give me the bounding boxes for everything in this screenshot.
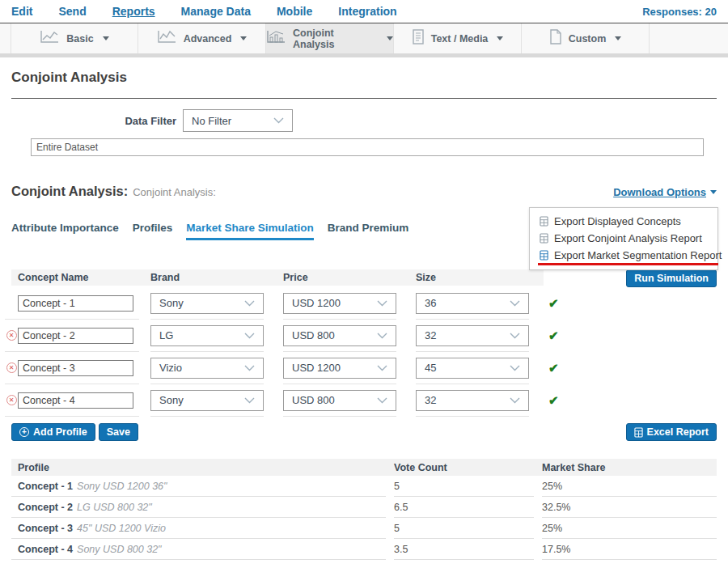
toolbar-tab-label: Advanced xyxy=(184,33,232,45)
table-row: ✕ Sony USD 1200 36 ✔ xyxy=(5,287,717,320)
line-chart-icon xyxy=(40,29,60,48)
tab-market-share-simulation[interactable]: Market Share Simulation xyxy=(186,222,314,240)
delete-row-icon[interactable]: ✕ xyxy=(6,395,17,405)
toolbar-tab-conjoint-analysis[interactable]: Conjoint Analysis xyxy=(266,23,394,53)
price-select[interactable]: USD 800 xyxy=(283,390,396,411)
col-header-concept-name: Concept Name xyxy=(18,272,150,283)
col-header-profile: Profile xyxy=(11,462,386,473)
brand-select[interactable]: Vizio xyxy=(150,358,264,379)
spreadsheet-icon xyxy=(540,250,548,261)
brand-select[interactable]: LG xyxy=(150,325,264,346)
nav-item-manage-data[interactable]: Manage Data xyxy=(181,5,251,18)
chevron-down-icon xyxy=(497,36,503,40)
toolbar-tab-label: Custom xyxy=(569,33,607,45)
concept-name-input[interactable] xyxy=(18,392,133,409)
chevron-down-icon xyxy=(377,365,387,371)
top-nav: Edit Send Reports Manage Data Mobile Int… xyxy=(0,0,728,23)
price-select[interactable]: USD 1200 xyxy=(283,358,396,379)
market-share: 17.5% xyxy=(542,539,717,560)
toolbar-tab-advanced[interactable]: Advanced xyxy=(138,23,266,53)
price-select[interactable]: USD 1200 xyxy=(283,293,396,314)
delete-row-icon[interactable]: ✕ xyxy=(6,330,17,341)
market-share: 25% xyxy=(542,518,717,539)
chevron-down-icon xyxy=(244,365,255,371)
data-filter-label: Data Filter xyxy=(11,115,183,127)
size-select[interactable]: 32 xyxy=(416,390,529,411)
menu-item-export-market-segmentation-report[interactable]: Export Market Segmentation Report xyxy=(530,247,717,264)
chevron-down-icon xyxy=(244,333,255,339)
price-select[interactable]: USD 800 xyxy=(283,325,396,346)
col-header-market-share: Market Share xyxy=(542,462,717,473)
tab-profiles[interactable]: Profiles xyxy=(133,222,173,240)
toolbar-tab-text-media[interactable]: Text / Media xyxy=(394,23,522,53)
brand-value: Sony xyxy=(159,297,184,309)
price-value: USD 1200 xyxy=(292,297,341,309)
simulation-column-headers: Concept Name Brand Price Size xyxy=(11,269,544,286)
menu-item-export-conjoint-analysis-report[interactable]: Export Conjoint Analysis Report xyxy=(530,230,717,247)
run-simulation-button[interactable]: Run Simulation xyxy=(626,269,717,287)
nav-item-reports[interactable]: Reports xyxy=(112,5,155,18)
chevron-down-icon xyxy=(615,36,621,40)
chevron-down-icon xyxy=(244,397,255,404)
chevron-down-icon xyxy=(510,397,520,404)
add-profile-label: Add Profile xyxy=(33,426,87,438)
toolbar-tab-custom[interactable]: Custom xyxy=(522,23,650,53)
table-row: Concept - 4Sony USD 800 32" 3.5 17.5% xyxy=(11,539,717,560)
chevron-down-icon xyxy=(377,300,387,307)
table-row: ✕ LG USD 800 32 ✔ xyxy=(5,320,717,352)
document-icon xyxy=(412,29,425,49)
add-profile-button[interactable]: + Add Profile xyxy=(11,423,95,441)
nav-item-integration[interactable]: Integration xyxy=(338,5,396,18)
menu-item-label: Export Displayed Concepts xyxy=(554,215,681,227)
valid-check-icon: ✔ xyxy=(548,329,559,342)
chevron-down-icon xyxy=(240,36,247,40)
valid-check-icon: ✔ xyxy=(548,361,559,375)
download-options-label: Download Options xyxy=(613,186,706,198)
spreadsheet-icon xyxy=(540,216,548,227)
simulation-rows: ✕ Sony USD 1200 36 ✔ ✕ LG USD 800 32 xyxy=(5,287,717,417)
concept-name-input[interactable] xyxy=(18,328,133,344)
table-row: Concept - 2LG USD 800 32" 6.5 32.5% xyxy=(11,497,717,518)
plus-icon: + xyxy=(19,427,29,437)
nav-item-send[interactable]: Send xyxy=(58,5,86,18)
excel-report-button[interactable]: Excel Report xyxy=(626,423,717,441)
col-header-size: Size xyxy=(416,272,544,283)
profile-name: Concept - 2 xyxy=(18,502,73,513)
col-header-vote-count: Vote Count xyxy=(394,462,534,473)
nav-item-mobile[interactable]: Mobile xyxy=(277,5,312,18)
toolbar-tab-basic[interactable]: Basic xyxy=(11,23,138,53)
brand-select[interactable]: Sony xyxy=(150,390,264,411)
brand-value: LG xyxy=(159,329,173,341)
size-select[interactable]: 45 xyxy=(416,358,529,379)
tab-attribute-importance[interactable]: Attribute Importance xyxy=(11,222,119,240)
menu-item-export-displayed-concepts[interactable]: Export Displayed Concepts xyxy=(530,213,717,230)
delete-row-icon[interactable]: ✕ xyxy=(6,362,17,373)
chevron-down-icon xyxy=(510,333,520,339)
page-title: Conjoint Analysis xyxy=(11,70,717,86)
size-select[interactable]: 32 xyxy=(416,325,529,346)
concept-name-input[interactable] xyxy=(18,360,133,376)
tab-brand-premium[interactable]: Brand Premium xyxy=(328,222,409,240)
size-value: 32 xyxy=(425,394,436,406)
spreadsheet-icon xyxy=(540,233,548,244)
size-value: 45 xyxy=(425,362,436,374)
results-table: Profile Vote Count Market Share Concept … xyxy=(11,459,717,560)
size-select[interactable]: 36 xyxy=(416,293,529,314)
chevron-down-icon xyxy=(510,300,520,307)
chevron-down-icon xyxy=(377,397,387,404)
download-options-link[interactable]: Download Options xyxy=(613,186,717,198)
data-filter-select[interactable]: No Filter xyxy=(183,109,293,132)
results-header: Profile Vote Count Market Share xyxy=(11,459,717,476)
toolbar-tab-label: Text / Media xyxy=(431,33,489,45)
size-value: 32 xyxy=(425,329,436,341)
section-title: Conjoint Analysis: xyxy=(11,184,128,199)
save-button[interactable]: Save xyxy=(99,423,138,441)
nav-item-edit[interactable]: Edit xyxy=(11,5,32,18)
brand-select[interactable]: Sony xyxy=(150,293,264,314)
data-filter-value: No Filter xyxy=(192,115,231,127)
profile-desc: 45" USD 1200 Vizio xyxy=(77,523,166,534)
responses-count: Responses: 20 xyxy=(642,6,717,18)
concept-name-input[interactable] xyxy=(18,295,133,312)
dataset-field[interactable]: Entire Dataset xyxy=(31,138,704,156)
run-simulation-label: Run Simulation xyxy=(634,273,709,284)
